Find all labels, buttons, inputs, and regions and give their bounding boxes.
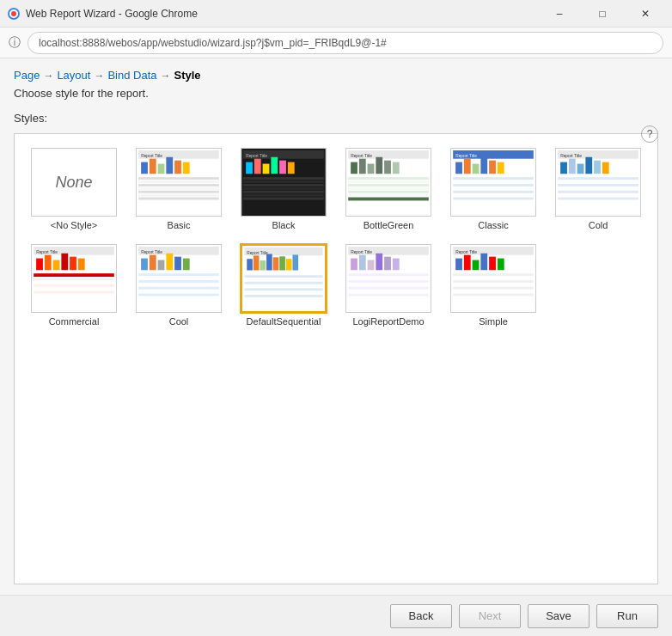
svg-rect-91 xyxy=(78,259,85,271)
page-subtitle: Choose style for the report. xyxy=(14,87,658,100)
svg-rect-45 xyxy=(348,180,429,183)
style-thumbnail-bottlegreen: Report Title xyxy=(345,148,431,217)
svg-rect-59 xyxy=(498,162,504,174)
back-button[interactable]: Back xyxy=(390,604,452,628)
breadcrumb-binddata[interactable]: Bind Data xyxy=(107,69,156,82)
help-icon[interactable]: ? xyxy=(641,125,658,143)
style-item-classic[interactable]: Report Title xyxy=(448,148,539,230)
minimize-button[interactable]: – xyxy=(540,1,579,27)
svg-rect-102 xyxy=(141,259,148,271)
svg-rect-72 xyxy=(577,164,584,174)
svg-rect-148 xyxy=(348,294,429,297)
svg-rect-118 xyxy=(247,259,253,270)
svg-rect-74 xyxy=(594,161,601,174)
svg-rect-86 xyxy=(36,259,43,271)
svg-rect-44 xyxy=(348,177,429,180)
svg-rect-80 xyxy=(558,191,638,193)
svg-rect-14 xyxy=(138,184,219,187)
svg-rect-136 xyxy=(351,259,357,271)
svg-rect-164 xyxy=(453,294,534,297)
styles-label: Styles: xyxy=(14,112,658,125)
style-item-defaultsequential[interactable]: Report Title xyxy=(238,244,329,327)
main-content: Page → Layout → Bind Data → Style Choose… xyxy=(0,58,672,595)
svg-rect-108 xyxy=(138,273,219,276)
style-item-none[interactable]: None <No Style> xyxy=(28,148,119,230)
style-item-bottlegreen[interactable]: Report Title xyxy=(343,148,434,230)
style-label-classic: Classic xyxy=(478,220,508,230)
style-thumbnail-black: Report Title xyxy=(241,148,327,217)
svg-rect-65 xyxy=(453,194,534,197)
svg-text:Report Title: Report Title xyxy=(36,250,58,254)
svg-rect-131 xyxy=(244,291,322,294)
style-label-basic: Basic xyxy=(168,220,191,230)
svg-rect-27 xyxy=(288,162,295,174)
style-thumbnail-defaultsequential: Report Title xyxy=(241,244,327,313)
svg-rect-28 xyxy=(243,177,324,180)
svg-rect-124 xyxy=(286,259,292,270)
address-bar: ⓘ xyxy=(0,28,672,58)
svg-text:Report Title: Report Title xyxy=(141,154,162,158)
svg-rect-32 xyxy=(243,191,324,193)
svg-rect-30 xyxy=(243,184,324,187)
svg-rect-127 xyxy=(244,278,322,281)
svg-rect-31 xyxy=(243,187,324,190)
run-button[interactable]: Run xyxy=(596,604,658,628)
style-item-commercial[interactable]: Report Title xyxy=(28,244,119,327)
svg-rect-146 xyxy=(348,287,429,290)
svg-rect-26 xyxy=(279,161,286,174)
next-button[interactable]: Next xyxy=(459,604,521,628)
svg-rect-54 xyxy=(455,162,462,174)
svg-rect-33 xyxy=(243,194,324,197)
svg-rect-96 xyxy=(34,288,114,290)
breadcrumb-page[interactable]: Page xyxy=(14,69,40,82)
close-button[interactable]: ✕ xyxy=(626,1,665,27)
svg-rect-161 xyxy=(453,284,534,286)
style-label-cool: Cool xyxy=(169,316,189,327)
svg-rect-132 xyxy=(244,295,322,297)
save-button[interactable]: Save xyxy=(528,604,590,628)
styles-panel: None <No Style> Report Title xyxy=(14,133,658,584)
svg-rect-18 xyxy=(138,198,219,200)
svg-rect-66 xyxy=(453,198,534,200)
svg-text:Report Title: Report Title xyxy=(246,154,267,158)
svg-rect-128 xyxy=(244,282,322,284)
svg-rect-152 xyxy=(455,259,462,271)
svg-text:Report Title: Report Title xyxy=(455,154,477,158)
svg-rect-46 xyxy=(348,184,429,187)
svg-rect-111 xyxy=(138,284,219,286)
breadcrumb-layout[interactable]: Layout xyxy=(57,69,90,82)
svg-rect-106 xyxy=(174,257,181,271)
svg-rect-81 xyxy=(558,194,638,197)
app-icon xyxy=(7,7,21,21)
svg-rect-29 xyxy=(243,180,324,183)
svg-rect-79 xyxy=(558,187,638,190)
svg-rect-103 xyxy=(150,255,156,271)
window-controls: – □ ✕ xyxy=(540,1,665,27)
svg-rect-138 xyxy=(368,260,375,271)
svg-rect-11 xyxy=(183,162,190,174)
arrow-3: → xyxy=(161,70,171,82)
svg-text:Report Title: Report Title xyxy=(560,154,582,158)
style-item-black[interactable]: Report Title xyxy=(238,148,329,230)
style-item-cold[interactable]: Report Title xyxy=(553,148,644,230)
svg-rect-73 xyxy=(585,157,592,174)
style-item-basic[interactable]: Report Title xyxy=(133,148,224,230)
svg-rect-145 xyxy=(348,284,429,286)
style-item-logireportdemo[interactable]: Report Title xyxy=(343,244,434,327)
svg-rect-159 xyxy=(453,277,534,279)
maximize-button[interactable]: □ xyxy=(583,1,622,27)
svg-text:Report Title: Report Title xyxy=(247,251,268,255)
svg-rect-156 xyxy=(489,257,496,271)
style-item-simple[interactable]: Report Title xyxy=(448,244,539,327)
svg-rect-119 xyxy=(254,255,260,270)
style-item-cool[interactable]: Report Title xyxy=(133,244,224,327)
svg-rect-144 xyxy=(348,280,429,283)
svg-rect-89 xyxy=(61,254,68,271)
url-input[interactable] xyxy=(27,32,663,54)
svg-rect-34 xyxy=(243,198,324,200)
svg-rect-7 xyxy=(150,159,156,174)
title-bar: Web Report Wizard - Google Chrome – □ ✕ xyxy=(0,0,672,28)
svg-rect-38 xyxy=(351,162,357,174)
style-thumbnail-basic: Report Title xyxy=(136,148,222,217)
svg-rect-8 xyxy=(158,164,165,174)
